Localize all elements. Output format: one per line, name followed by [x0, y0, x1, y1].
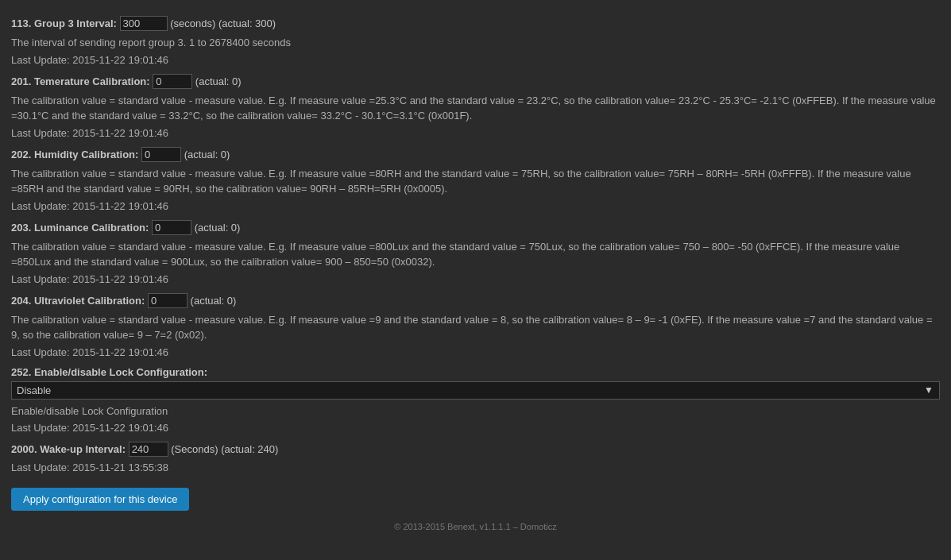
humidity-calibration-label: 202. Humidity Calibration: — [11, 149, 138, 160]
lock-config-select-wrapper: Disable Enable ▼ — [11, 381, 940, 400]
temp-calibration-input[interactable] — [153, 74, 192, 89]
temp-calibration-actual: (actual: 0) — [195, 75, 242, 87]
temp-calibration-label: 201. Temerature Calibration: — [11, 75, 150, 87]
group3-interval-last-update: Last Update: 2015-11-22 19:01:46 — [11, 54, 940, 66]
footer: © 2013-2015 Benext, v1.1.1.1 – Domoticz — [11, 517, 940, 535]
group3-interval-actual: (seconds) (actual: 300) — [170, 17, 276, 29]
humidity-calibration-description: The calibration value = standard value -… — [11, 166, 940, 197]
lock-config-description: Enable/disable Lock Configuration — [11, 404, 940, 419]
lock-config-label: 252. Enable/disable Lock Configuration: — [11, 366, 940, 378]
lock-config-select[interactable]: Disable Enable — [11, 381, 940, 400]
temp-calibration-description: The calibration value = standard value -… — [11, 93, 940, 124]
wakeup-interval-section: 2000. Wake-up Interval: (Seconds) (actua… — [11, 442, 940, 473]
group3-interval-description: The interval of sending report group 3. … — [11, 35, 940, 51]
ultraviolet-calibration-section: 204. Ultraviolet Calibration: (actual: 0… — [11, 293, 940, 358]
luminance-calibration-section: 203. Luminance Calibration: (actual: 0) … — [11, 220, 940, 285]
group3-interval-input[interactable] — [120, 16, 168, 31]
wakeup-interval-input[interactable] — [129, 442, 168, 457]
humidity-calibration-last-update: Last Update: 2015-11-22 19:01:46 — [11, 200, 940, 212]
ultraviolet-calibration-actual: (actual: 0) — [191, 295, 237, 307]
humidity-calibration-actual: (actual: 0) — [184, 149, 230, 160]
humidity-calibration-input[interactable] — [141, 147, 181, 162]
humidity-calibration-section: 202. Humidity Calibration: (actual: 0) T… — [11, 147, 940, 212]
luminance-calibration-actual: (actual: 0) — [195, 222, 241, 234]
ultraviolet-calibration-last-update: Last Update: 2015-11-22 19:01:46 — [11, 346, 940, 358]
footer-text: © 2013-2015 Benext, v1.1.1.1 – Domoticz — [394, 522, 556, 531]
wakeup-interval-label: 2000. Wake-up Interval: — [11, 443, 126, 455]
ultraviolet-calibration-input[interactable] — [148, 293, 187, 308]
group3-interval-section: 113. Group 3 Interval: (seconds) (actual… — [11, 16, 940, 66]
luminance-calibration-last-update: Last Update: 2015-11-22 19:01:46 — [11, 273, 940, 285]
apply-config-button[interactable]: Apply configuration for this device — [11, 488, 189, 511]
wakeup-interval-last-update: Last Update: 2015-11-21 13:55:38 — [11, 462, 940, 473]
wakeup-interval-actual: (Seconds) (actual: 240) — [171, 443, 278, 455]
apply-button-wrapper: Apply configuration for this device — [11, 480, 940, 517]
luminance-calibration-label: 203. Luminance Calibration: — [11, 222, 149, 234]
temp-calibration-section: 201. Temerature Calibration: (actual: 0)… — [11, 74, 940, 139]
temp-calibration-last-update: Last Update: 2015-11-22 19:01:46 — [11, 127, 940, 139]
lock-config-section: 252. Enable/disable Lock Configuration: … — [11, 366, 940, 434]
lock-config-last-update: Last Update: 2015-11-22 19:01:46 — [11, 422, 940, 434]
luminance-calibration-description: The calibration value = standard value -… — [11, 239, 940, 270]
luminance-calibration-input[interactable] — [152, 220, 191, 235]
ultraviolet-calibration-label: 204. Ultraviolet Calibration: — [11, 295, 145, 307]
group3-interval-label: 113. Group 3 Interval: — [11, 17, 117, 29]
ultraviolet-calibration-description: The calibration value = standard value -… — [11, 312, 940, 343]
main-container: 113. Group 3 Interval: (seconds) (actual… — [0, 0, 951, 543]
